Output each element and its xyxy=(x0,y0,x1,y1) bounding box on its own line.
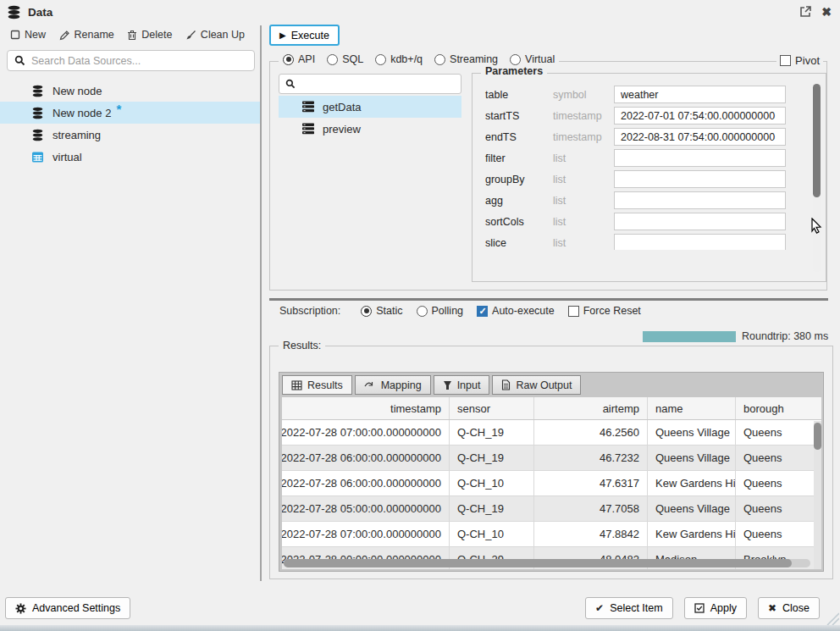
grid-vertical-scrollbar[interactable] xyxy=(814,421,821,569)
select-item-button[interactable]: ✔ Select Item xyxy=(585,597,673,619)
table-row[interactable]: 2022-07-28 07:00:00.000000000 Q-CH_10 47… xyxy=(282,522,821,547)
table-cell: 2022-07-28 05:00:00.000000000 xyxy=(282,496,450,521)
table-row[interactable]: 2022-07-28 06:00:00.000000000 Q-CH_19 46… xyxy=(282,446,821,471)
table-cell: Queens Village xyxy=(648,496,736,521)
api-function-icon xyxy=(301,101,315,113)
param-row: table symbol xyxy=(472,84,826,105)
close-window-icon[interactable]: ✖ xyxy=(821,5,832,19)
source-type-virtual-radio[interactable]: Virtual xyxy=(510,53,555,65)
database-icon xyxy=(31,85,44,97)
param-input-startts[interactable] xyxy=(614,107,786,125)
apply-button[interactable]: Apply xyxy=(684,597,747,619)
table-row[interactable]: 2022-07-28 05:00:00.000000000 Q-CH_19 47… xyxy=(282,496,821,522)
radio-label: Virtual xyxy=(525,53,555,65)
column-header-borough[interactable]: borough xyxy=(736,397,814,419)
data-sources-panel: New Rename Delete Clean Up New node New … xyxy=(0,24,260,583)
parameters-legend: Parameters xyxy=(481,65,547,77)
table-cell: 46.2560 xyxy=(534,420,648,445)
static-radio[interactable]: Static xyxy=(361,305,402,317)
table-cell: Q-CH_19 xyxy=(450,496,534,521)
database-icon xyxy=(31,107,44,119)
data-source-search[interactable] xyxy=(7,50,255,71)
clean-up-button[interactable]: Clean Up xyxy=(185,29,245,41)
scrollbar-thumb[interactable] xyxy=(813,84,821,197)
grid-horizontal-scrollbar[interactable] xyxy=(284,559,810,567)
scrollbar-thumb[interactable] xyxy=(814,423,821,450)
radio-icon xyxy=(327,54,338,65)
table-cell: Queens xyxy=(736,471,814,495)
tab-input[interactable]: Input xyxy=(434,375,490,395)
broom-icon xyxy=(185,30,196,41)
column-header-airtemp[interactable]: airtemp xyxy=(534,397,648,419)
table-cell: Queens Village xyxy=(648,446,736,470)
table-cell: 2022-07-28 07:00:00.000000000 xyxy=(282,420,450,445)
tree-item-streaming[interactable]: streaming xyxy=(0,124,260,146)
footer-actions: ✔ Select Item Apply ✖ Close xyxy=(585,597,820,619)
function-search[interactable] xyxy=(279,74,461,94)
radio-icon xyxy=(510,54,521,65)
param-type: list xyxy=(553,174,614,185)
source-type-kdbq-radio[interactable]: kdb+/q xyxy=(375,53,423,65)
polling-radio[interactable]: Polling xyxy=(417,305,464,317)
force-reset-checkbox[interactable]: Force Reset xyxy=(568,305,641,317)
tree-item-new-node-2[interactable]: New node 2 * xyxy=(0,102,260,124)
param-row: filter list xyxy=(472,147,826,169)
rename-button[interactable]: Rename xyxy=(59,29,114,41)
virtual-table-icon xyxy=(31,151,44,163)
param-input-sortcols[interactable] xyxy=(614,213,786,230)
parameters-scrollbar[interactable] xyxy=(813,84,821,272)
param-name: table xyxy=(485,89,553,101)
checkbox-icon xyxy=(568,306,579,317)
execute-button[interactable]: ▶ Execute xyxy=(269,25,340,46)
table-cell: 46.7232 xyxy=(534,446,648,470)
table-row[interactable]: 2022-07-28 06:00:00.000000000 Q-CH_10 47… xyxy=(282,471,821,496)
tree-item-new-node[interactable]: New node xyxy=(0,80,260,102)
param-type: list xyxy=(553,237,614,249)
pivot-checkbox[interactable]: Pivot xyxy=(780,54,820,67)
param-input-table[interactable] xyxy=(614,86,786,103)
column-header-sensor[interactable]: sensor xyxy=(450,397,534,419)
source-type-streaming-radio[interactable]: Streaming xyxy=(434,53,498,65)
param-input-slice[interactable] xyxy=(614,234,786,250)
advanced-settings-button[interactable]: Advanced Settings xyxy=(5,597,130,619)
function-search-input[interactable] xyxy=(301,78,455,91)
resize-grip[interactable] xyxy=(826,612,839,625)
editor-results-splitter[interactable] xyxy=(269,298,828,301)
param-input-filter[interactable] xyxy=(614,149,786,167)
close-button[interactable]: ✖ Close xyxy=(758,597,820,619)
play-icon: ▶ xyxy=(279,30,286,40)
funnel-icon xyxy=(443,380,452,390)
column-header-timestamp[interactable]: timestamp xyxy=(282,397,450,419)
table-row[interactable]: 2022-07-28 07:00:00.000000000 Q-CH_19 46… xyxy=(282,420,821,446)
delete-button[interactable]: Delete xyxy=(127,29,172,41)
tree-item-label: New node 2 xyxy=(52,107,111,119)
panel-splitter[interactable] xyxy=(260,25,262,581)
param-row: sortCols list xyxy=(472,211,826,232)
function-item-getdata[interactable]: getData xyxy=(279,96,461,118)
radio-label: Streaming xyxy=(450,53,498,65)
radio-icon xyxy=(375,54,386,65)
tab-raw-output[interactable]: Raw Output xyxy=(492,375,581,395)
source-type-api-radio[interactable]: API xyxy=(283,53,315,65)
param-input-agg[interactable] xyxy=(614,191,786,209)
column-header-name[interactable]: name xyxy=(648,397,736,419)
param-type: list xyxy=(553,152,614,164)
param-row: agg list xyxy=(472,190,826,211)
param-name: endTS xyxy=(485,131,553,143)
tab-results[interactable]: Results xyxy=(282,375,352,395)
tree-item-virtual[interactable]: virtual xyxy=(0,146,260,168)
auto-execute-checkbox[interactable]: Auto-execute xyxy=(477,305,555,317)
scrollbar-thumb[interactable] xyxy=(284,559,792,567)
new-button[interactable]: New xyxy=(10,29,46,41)
clean-up-label: Clean Up xyxy=(201,29,245,41)
data-source-search-input[interactable] xyxy=(31,55,247,67)
source-type-sql-radio[interactable]: SQL xyxy=(327,53,363,65)
select-item-label: Select Item xyxy=(610,602,663,614)
param-input-groupby[interactable] xyxy=(614,170,786,188)
param-input-endts[interactable] xyxy=(614,128,786,146)
popout-icon[interactable] xyxy=(799,6,811,18)
tab-mapping[interactable]: Mapping xyxy=(355,375,431,395)
parameters-box: Parameters table symbol startTS timestam… xyxy=(472,73,826,282)
checkbox-label: Force Reset xyxy=(583,305,641,317)
function-item-preview[interactable]: preview xyxy=(279,118,461,140)
